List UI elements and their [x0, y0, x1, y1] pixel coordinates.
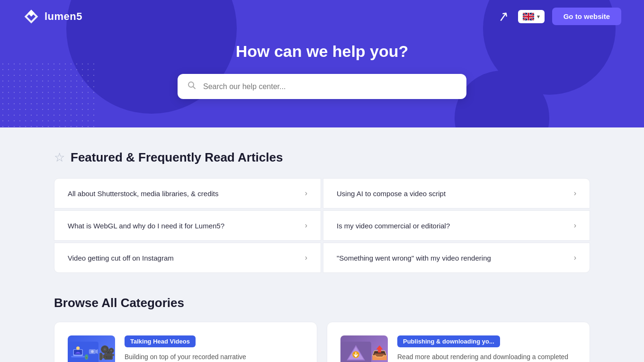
uk-flag-icon: [523, 13, 534, 20]
category-card-publish[interactable]: Publishing & downloading yo... Read more…: [327, 322, 590, 362]
featured-section-title: Featured & Frequently Read Articles: [71, 150, 283, 165]
search-icon: [187, 81, 197, 92]
article-item[interactable]: Using AI to compose a video script ›: [323, 178, 590, 208]
category-desc-talking: Building on top of your recorded narrati…: [125, 352, 304, 362]
article-item[interactable]: Is my video commercial or editorial? ›: [323, 210, 590, 241]
search-input[interactable]: [203, 82, 457, 91]
svg-point-11: [91, 350, 94, 353]
category-info-publish: Publishing & downloading yo... Read more…: [397, 335, 576, 362]
article-text: Using AI to compose a video script: [337, 190, 446, 198]
article-text: What is WebGL and why do I need it for L…: [68, 222, 224, 230]
article-text: Is my video commercial or editorial?: [337, 222, 450, 230]
articles-grid: All about Shutterstock, media libraries,…: [54, 178, 590, 273]
language-chevron-icon: ▾: [537, 13, 540, 20]
star-icon: ☆: [54, 150, 65, 165]
search-bar[interactable]: [178, 74, 466, 99]
article-text: Video getting cut off on Instagram: [68, 254, 174, 262]
svg-point-9: [76, 346, 80, 350]
article-item[interactable]: Video getting cut off on Instagram ›: [54, 243, 321, 273]
category-card-talking[interactable]: Talking Head Videos Building on top of y…: [54, 322, 317, 362]
logo-text: lumen5: [45, 10, 82, 23]
logo-icon: [23, 8, 40, 25]
article-item[interactable]: All about Shutterstock, media libraries,…: [54, 178, 321, 208]
article-text: All about Shutterstock, media libraries,…: [68, 190, 218, 198]
article-text: "Something went wrong" with my video ren…: [337, 254, 491, 262]
categories-grid: Talking Head Videos Building on top of y…: [54, 322, 590, 362]
article-item[interactable]: "Something went wrong" with my video ren…: [323, 243, 590, 273]
article-item[interactable]: What is WebGL and why do I need it for L…: [54, 210, 321, 241]
category-tag-publish: Publishing & downloading yo...: [397, 335, 500, 347]
nav-right: ↗ ▾ Go to website: [498, 8, 621, 25]
chevron-right-icon: ›: [305, 221, 307, 230]
svg-point-13: [85, 354, 88, 360]
category-desc-publish: Read more about rendering and downloadin…: [397, 352, 576, 362]
svg-rect-14: [86, 357, 87, 358]
svg-rect-6: [71, 356, 85, 357]
goto-website-button[interactable]: Go to website: [552, 8, 621, 25]
language-selector[interactable]: ▾: [518, 10, 545, 23]
hero-section: lumen5 ↗ ▾ Go to website How can we help…: [0, 0, 644, 127]
chevron-right-icon: ›: [305, 253, 307, 262]
chevron-right-icon: ›: [574, 189, 576, 198]
chevron-right-icon: ›: [305, 189, 307, 198]
featured-section-header: ☆ Featured & Frequently Read Articles: [54, 150, 590, 165]
category-tag-talking: Talking Head Videos: [125, 335, 196, 347]
chevron-right-icon: ›: [574, 253, 576, 262]
category-thumb-talking: [68, 335, 115, 362]
hero-title: How can we help you?: [23, 42, 621, 61]
category-info-talking: Talking Head Videos Building on top of y…: [125, 335, 304, 362]
browse-section-title: Browse All Categories: [54, 296, 590, 310]
main-content: ☆ Featured & Frequently Read Articles Al…: [43, 127, 601, 362]
navbar: lumen5 ↗ ▾ Go to website: [0, 0, 644, 33]
hero-content: How can we help you?: [0, 33, 644, 99]
logo-area: lumen5: [23, 8, 82, 25]
nav-arrow-decoration: ↗: [496, 8, 510, 25]
category-thumb-publish: [340, 335, 388, 362]
chevron-right-icon: ›: [574, 221, 576, 230]
